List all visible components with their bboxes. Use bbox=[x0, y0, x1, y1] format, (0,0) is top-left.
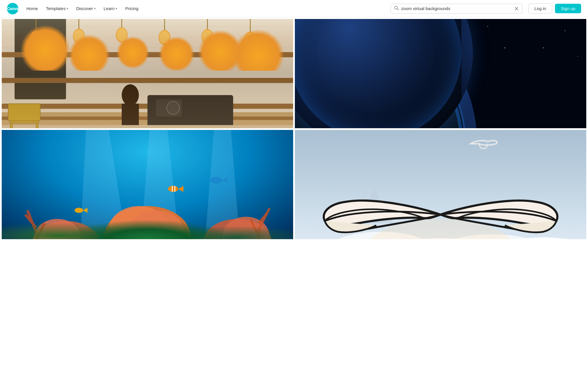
svg-point-38 bbox=[167, 101, 180, 114]
learn-chevron-icon: ▾ bbox=[116, 7, 117, 10]
svg-rect-61 bbox=[8, 103, 40, 121]
grid-item-coffee[interactable]: Coffee Menu bbox=[2, 19, 293, 128]
grid-item-angel[interactable] bbox=[295, 130, 586, 239]
search-bar bbox=[390, 4, 523, 14]
svg-point-84 bbox=[350, 26, 376, 51]
svg-point-109 bbox=[397, 77, 399, 79]
svg-rect-40 bbox=[122, 103, 139, 128]
svg-text:Menu: Menu bbox=[36, 40, 45, 44]
svg-point-107 bbox=[433, 88, 435, 90]
svg-point-23 bbox=[116, 27, 128, 43]
svg-point-106 bbox=[427, 86, 429, 87]
svg-point-32 bbox=[244, 32, 256, 47]
coffee-shop-image: Coffee Menu bbox=[2, 19, 293, 128]
svg-point-30 bbox=[202, 30, 213, 43]
svg-point-112 bbox=[295, 19, 462, 128]
svg-marker-134 bbox=[83, 208, 88, 213]
svg-point-39 bbox=[122, 84, 139, 106]
discover-label: Discover bbox=[76, 6, 93, 11]
svg-point-88 bbox=[295, 19, 462, 128]
nav-templates[interactable]: Templates ▾ bbox=[42, 4, 71, 13]
svg-point-113 bbox=[295, 19, 465, 128]
svg-point-91 bbox=[418, 66, 420, 68]
discover-chevron-icon: ▾ bbox=[94, 7, 96, 10]
svg-point-135 bbox=[210, 177, 222, 184]
svg-point-79 bbox=[543, 47, 544, 48]
svg-point-27 bbox=[159, 31, 170, 44]
svg-point-125 bbox=[90, 238, 128, 239]
svg-point-76 bbox=[564, 30, 565, 31]
svg-point-110 bbox=[403, 79, 405, 81]
learn-label: Learn bbox=[104, 6, 115, 11]
templates-label: Templates bbox=[46, 6, 65, 11]
svg-point-73 bbox=[402, 22, 403, 22]
nav-learn[interactable]: Learn ▾ bbox=[100, 4, 121, 13]
svg-point-29 bbox=[202, 29, 214, 45]
search-input[interactable] bbox=[401, 6, 512, 11]
svg-point-96 bbox=[452, 92, 454, 94]
auth-buttons: Log in Sign up bbox=[528, 3, 581, 14]
nav-links: Home Templates ▾ Discover ▾ Learn ▾ Pric… bbox=[23, 4, 388, 13]
svg-point-120 bbox=[128, 210, 184, 239]
nav-pricing[interactable]: Pricing bbox=[122, 4, 142, 13]
svg-point-89 bbox=[295, 19, 462, 128]
svg-point-18 bbox=[31, 32, 41, 45]
svg-point-94 bbox=[444, 89, 446, 92]
svg-point-33 bbox=[245, 33, 256, 46]
svg-point-90 bbox=[413, 68, 416, 71]
svg-point-121 bbox=[32, 221, 100, 239]
svg-point-93 bbox=[427, 71, 429, 72]
svg-point-77 bbox=[307, 52, 308, 52]
svg-point-85 bbox=[341, 19, 384, 60]
svg-point-82 bbox=[504, 47, 505, 48]
image-grid: Coffee Menu bbox=[0, 17, 588, 241]
svg-point-122 bbox=[34, 219, 81, 239]
svg-point-72 bbox=[359, 35, 359, 35]
svg-rect-10 bbox=[15, 19, 66, 99]
canva-logo[interactable]: Canva bbox=[7, 3, 18, 14]
search-icon bbox=[394, 6, 399, 11]
svg-point-130 bbox=[168, 186, 178, 192]
svg-point-92 bbox=[422, 68, 424, 70]
svg-point-71 bbox=[324, 26, 325, 27]
svg-point-86 bbox=[328, 19, 397, 73]
pricing-label: Pricing bbox=[125, 6, 138, 11]
svg-rect-62 bbox=[295, 19, 586, 128]
nav-discover[interactable]: Discover ▾ bbox=[73, 4, 99, 13]
svg-point-124 bbox=[223, 217, 270, 239]
svg-line-1 bbox=[397, 9, 399, 10]
space-image bbox=[295, 19, 586, 128]
grid-item-space[interactable] bbox=[295, 19, 586, 128]
ocean-image bbox=[2, 130, 293, 239]
svg-point-118 bbox=[105, 206, 190, 239]
navbar: Canva Home Templates ▾ Discover ▾ Learn … bbox=[0, 0, 588, 17]
svg-point-97 bbox=[457, 94, 459, 96]
svg-point-123 bbox=[203, 219, 272, 239]
grid-item-ocean[interactable] bbox=[2, 130, 293, 239]
nav-home[interactable]: Home bbox=[23, 4, 41, 13]
svg-point-80 bbox=[577, 56, 578, 57]
templates-chevron-icon: ▾ bbox=[67, 7, 68, 10]
svg-rect-13 bbox=[2, 52, 293, 57]
svg-point-26 bbox=[158, 30, 171, 45]
svg-point-133 bbox=[75, 208, 83, 213]
svg-rect-14 bbox=[2, 78, 293, 83]
svg-point-83 bbox=[355, 31, 370, 46]
svg-rect-41 bbox=[2, 125, 293, 128]
svg-point-17 bbox=[30, 31, 42, 46]
svg-point-108 bbox=[440, 85, 442, 87]
svg-point-78 bbox=[337, 60, 338, 61]
svg-point-87 bbox=[295, 19, 471, 128]
svg-text:Coffee: Coffee bbox=[34, 31, 47, 36]
svg-point-111 bbox=[408, 75, 409, 76]
svg-point-119 bbox=[109, 206, 169, 239]
svg-point-24 bbox=[117, 28, 127, 41]
svg-point-21 bbox=[74, 30, 84, 43]
svg-point-126 bbox=[186, 238, 220, 239]
search-clear-icon[interactable] bbox=[514, 6, 519, 11]
signup-button[interactable]: Sign up bbox=[555, 4, 581, 13]
logo-text: Canva bbox=[7, 6, 18, 11]
home-label: Home bbox=[26, 6, 38, 11]
login-button[interactable]: Log in bbox=[528, 3, 552, 14]
angel-image bbox=[295, 130, 586, 239]
